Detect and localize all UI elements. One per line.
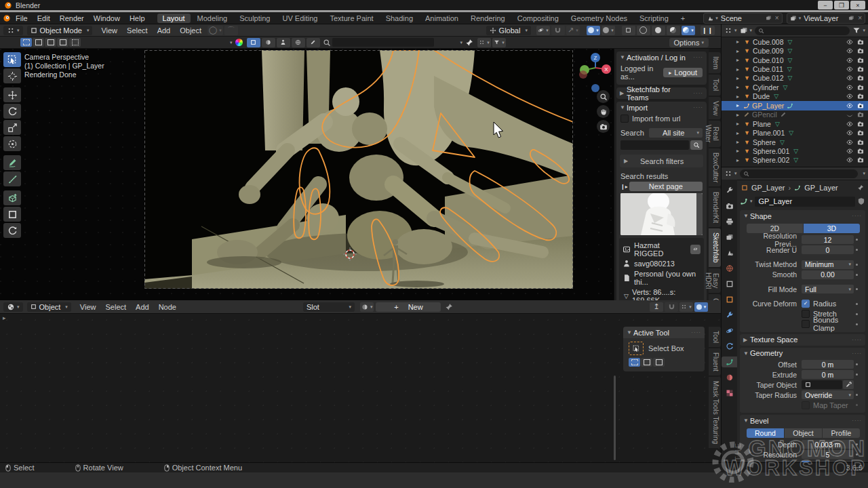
sidebar-toggle-arrow[interactable]: ▸ xyxy=(3,314,6,321)
proportional-size-dropdown[interactable]: ↗▾ xyxy=(566,26,580,35)
properties-options-icon[interactable]: ▾ xyxy=(863,171,865,176)
taper-radius-dropdown[interactable]: Override▾ xyxy=(802,390,854,399)
outliner-item[interactable]: ▸▼Sphere.002▽ xyxy=(722,156,868,165)
tool-rotate[interactable] xyxy=(3,104,21,119)
camera-icon[interactable] xyxy=(857,47,864,54)
transform-orientation-dropdown[interactable]: Global ▾ xyxy=(486,26,531,35)
import-panel-header[interactable]: ▼ Import···· xyxy=(616,102,707,113)
properties-search-input[interactable] xyxy=(740,169,859,178)
asset-type-scene-icon[interactable] xyxy=(277,38,290,47)
outliner-filter-icon[interactable] xyxy=(852,26,861,35)
eye-icon[interactable] xyxy=(846,102,853,109)
maximize-button[interactable]: ❐ xyxy=(834,1,849,9)
mode-selector[interactable]: Object Mode ▾ xyxy=(27,26,93,35)
shader-type-dropdown[interactable]: Object▾ xyxy=(27,302,71,312)
blenderkit-collapse-icon[interactable]: ▾ xyxy=(230,40,233,45)
tab-object-data[interactable] xyxy=(722,357,737,367)
workspace-tab-rendering[interactable]: Rendering xyxy=(465,14,511,23)
sidebar-tab-view[interactable]: View xyxy=(709,97,721,120)
tab-scene[interactable] xyxy=(722,247,737,258)
geometry-panel-header[interactable]: ▼Geometry···· xyxy=(740,348,865,359)
outliner-item[interactable]: ▸▼Cube.008▽ xyxy=(722,37,868,46)
tool-scale[interactable] xyxy=(3,120,21,135)
eye-icon[interactable] xyxy=(846,139,853,146)
twist-smooth-field[interactable]: 0.00 xyxy=(802,270,854,279)
outliner-item-hidden[interactable]: ▸GPencil xyxy=(722,110,868,119)
tab-view-layer[interactable] xyxy=(722,232,737,243)
header-extra-collapse-icon[interactable]: ▾ xyxy=(460,40,463,45)
workspace-tab-scripting[interactable]: Scripting xyxy=(634,14,674,23)
scrollbar[interactable] xyxy=(614,375,616,460)
camera-icon[interactable] xyxy=(857,93,864,100)
select-mode-new[interactable] xyxy=(629,358,640,367)
outliner-item[interactable]: ▸▼Cube.009▽ xyxy=(722,46,868,55)
sidebar-tab-tool[interactable]: Tool xyxy=(709,75,721,95)
menu-window[interactable]: Window xyxy=(89,14,125,22)
workspace-tab-geometry-nodes[interactable]: Geometry Nodes xyxy=(566,14,633,23)
next-page-button[interactable]: Next page xyxy=(629,182,703,191)
sidebar-tab-real-water[interactable]: Real Water xyxy=(709,121,721,146)
texture-space-header[interactable]: ▶Texture Space···· xyxy=(740,334,865,346)
camera-icon[interactable] xyxy=(857,102,864,109)
bevel-panel-header[interactable]: ▼Bevel···· xyxy=(740,415,865,426)
tab-render[interactable] xyxy=(722,201,737,211)
search-filters-header[interactable]: ▶ Search filters xyxy=(620,155,703,167)
snap-magnet-toggle[interactable] xyxy=(551,26,565,35)
select-mode-invert[interactable] xyxy=(57,38,68,47)
activation-panel-header[interactable]: ▼ Activation / Log in···· xyxy=(616,52,707,63)
gizmo-dropdown[interactable]: ▾ xyxy=(587,26,600,35)
new-view-layer-icon[interactable] xyxy=(848,15,854,21)
eye-icon[interactable] xyxy=(846,57,853,64)
node-tab-fluent[interactable]: Fluent xyxy=(709,348,721,375)
outliner-item[interactable]: ▸▼Plane▽ xyxy=(722,119,868,128)
minimize-button[interactable]: − xyxy=(818,1,833,9)
overlays-dropdown[interactable]: ▾ xyxy=(694,302,708,312)
select-mode-intersect[interactable] xyxy=(69,38,81,47)
tab-material[interactable] xyxy=(722,372,737,383)
menu-render[interactable]: Render xyxy=(55,14,89,22)
tab-physics[interactable] xyxy=(722,325,737,336)
dim-3d-button[interactable]: 3D xyxy=(804,224,860,233)
workspace-tab-compositing[interactable]: Compositing xyxy=(512,14,564,23)
curve-icon[interactable] xyxy=(740,197,748,205)
viewport-canvas[interactable]: Z X xyxy=(0,49,614,300)
camera-icon[interactable] xyxy=(857,75,864,81)
tab-collection[interactable] xyxy=(722,279,737,289)
menu-file[interactable]: File xyxy=(11,14,33,22)
tool-cursor[interactable] xyxy=(3,68,21,83)
sidebar-tab-boxcutter[interactable]: BoxCutter xyxy=(709,148,721,186)
outliner-item[interactable]: ▸▼Cube.011▽ xyxy=(722,64,868,73)
tab-world[interactable] xyxy=(722,263,737,274)
pin-icon[interactable] xyxy=(445,303,453,311)
extrude-field[interactable]: 0 m xyxy=(802,370,854,379)
fill-mode-dropdown[interactable]: Full▾ xyxy=(802,285,854,293)
tool-measure[interactable] xyxy=(3,171,21,186)
editor-type-selector[interactable]: ▾ xyxy=(3,302,23,312)
workspace-tab-uv-editing[interactable]: UV Editing xyxy=(277,14,323,23)
select-mode-extend[interactable] xyxy=(641,358,652,367)
outliner-search-input[interactable] xyxy=(755,26,850,35)
slot-dropdown[interactable]: Slot▾ xyxy=(303,302,355,312)
workspace-tab-texture-paint[interactable]: Texture Paint xyxy=(324,14,378,23)
overlays-dropdown[interactable]: ▾ xyxy=(601,26,615,35)
model-thumbnail[interactable] xyxy=(620,193,703,235)
datablock-name-field[interactable]: GP_Layer xyxy=(755,197,855,207)
node-menu-select[interactable]: Select xyxy=(100,303,131,311)
eye-icon[interactable] xyxy=(846,84,853,91)
display-mode-icon[interactable] xyxy=(724,26,732,35)
bevel-resolution-field[interactable]: 5 xyxy=(802,450,854,459)
active-tool-header[interactable]: ▼Active Tool···· xyxy=(623,327,705,338)
tool-annotate[interactable] xyxy=(3,155,21,170)
eye-icon[interactable] xyxy=(846,75,853,81)
tool-select-box[interactable] xyxy=(3,52,21,67)
pin-icon[interactable] xyxy=(857,184,864,191)
shading-material-icon[interactable] xyxy=(667,26,680,35)
pause-render-button[interactable]: ❙❙ xyxy=(701,26,715,35)
shader-editor-canvas[interactable]: ▸ ▼Active Tool···· Select Box xyxy=(0,313,721,462)
camera-icon[interactable] xyxy=(857,139,864,146)
viewport-3d[interactable]: Z X Camera Perspective (1) Collection | … xyxy=(0,49,614,300)
scene-selector[interactable]: ▾ Scene × xyxy=(703,13,782,24)
eye-icon[interactable] xyxy=(846,129,853,136)
bounds-clamp-checkbox[interactable] xyxy=(802,320,810,328)
sidebar-tab-easy-hdri[interactable]: Easy HDRI xyxy=(709,268,721,293)
